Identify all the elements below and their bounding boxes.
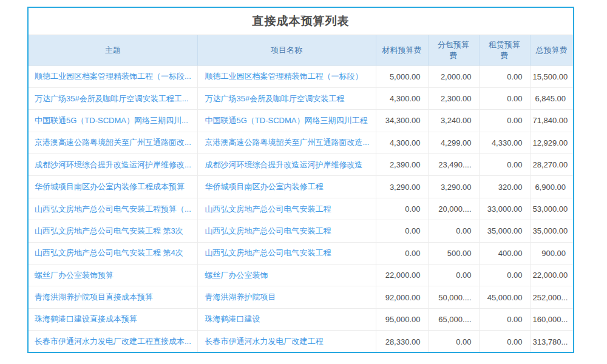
material-budget-cell: 5,000.00 <box>376 66 428 87</box>
subcontract-budget-cell: 0.00 <box>428 265 479 286</box>
subject-cell: 山西弘文房地产总公司电气安装工程 第4次 <box>29 242 197 264</box>
total-budget-cell: 71,840.00 <box>530 110 573 132</box>
subject-link[interactable]: 珠海鹤港口建设直接成本预算 <box>35 314 137 323</box>
subject-link[interactable]: 京港澳高速公路粤境韶关至广州互通路面改... <box>35 138 191 147</box>
subject-link[interactable]: 山西弘文房地产总公司电气安装工程 第3次 <box>35 226 183 235</box>
table-row: 山西弘文房地产总公司电气安装工程预算（... 山西弘文房地产总公司电气安装工程 … <box>29 198 573 220</box>
subject-link[interactable]: 青海洪湖养护院项目直接成本预算 <box>35 292 153 302</box>
column-header-total: 总预算费 <box>530 35 573 66</box>
column-header-project: 项目名称 <box>197 35 376 66</box>
project-link[interactable]: 长春市伊通河水力发电厂改建工程 <box>205 337 324 346</box>
total-budget-cell: 313,780... <box>530 331 573 352</box>
subject-link[interactable]: 顺德工业园区档案管理精装饰工程（一标段... <box>35 72 191 81</box>
project-link[interactable]: 京港澳高速公路粤境韶关至广州互通路面改造... <box>205 138 370 147</box>
subcontract-budget-cell: 65,000.... <box>428 308 479 330</box>
subject-link[interactable]: 山西弘文房地产总公司电气安装工程预算（... <box>35 204 191 214</box>
subcontract-budget-cell: 3,240.00 <box>428 110 479 132</box>
subject-cell: 成都沙河环境综合提升改造运河护岸维修改... <box>29 154 197 176</box>
material-budget-cell: 4,300.00 <box>376 132 428 153</box>
project-cell: 山西弘文房地产总公司电气安装工程 <box>197 242 376 264</box>
project-cell: 山西弘文房地产总公司电气安装工程 <box>197 198 376 220</box>
column-header-subject: 主题 <box>29 35 197 66</box>
table-row: 万达广场35#会所及咖啡厅空调安装工程工... 万达广场35#会所及咖啡厅空调安… <box>29 87 573 109</box>
table-row: 山西弘文房地产总公司电气安装工程 第4次 山西弘文房地产总公司电气安装工程 0.… <box>29 242 573 264</box>
column-header-material: 材料预算费 <box>376 35 428 66</box>
table-row: 顺德工业园区档案管理精装饰工程（一标段... 顺德工业园区档案管理精装饰工程（一… <box>29 66 573 87</box>
material-budget-cell: 92,000.00 <box>376 286 428 308</box>
subject-link[interactable]: 成都沙河环境综合提升改造运河护岸维修改... <box>35 160 191 169</box>
project-link[interactable]: 成都沙河环境综合提升改造运河护岸维修改造 <box>205 160 363 169</box>
subject-cell: 珠海鹤港口建设直接成本预算 <box>29 308 197 330</box>
total-budget-cell: 6,845.00 <box>530 87 573 109</box>
subcontract-budget-cell: 2,300.00 <box>428 87 479 109</box>
project-cell: 珠海鹤港口建设 <box>197 308 376 330</box>
lease-budget-cell: 0.00 <box>479 265 530 286</box>
lease-budget-cell: 0.00 <box>479 66 530 87</box>
lease-budget-cell: 320.00 <box>479 176 530 198</box>
subcontract-budget-cell: 500.00 <box>428 242 479 264</box>
project-link[interactable]: 青海洪湖养护院项目 <box>205 292 276 302</box>
lease-budget-cell: 0.00 <box>479 331 530 352</box>
project-cell: 万达广场35#会所及咖啡厅空调安装工程 <box>197 87 376 109</box>
subject-link[interactable]: 山西弘文房地产总公司电气安装工程 第4次 <box>35 248 183 257</box>
project-link[interactable]: 顺德工业园区档案管理精装饰工程（一标段） <box>205 72 363 81</box>
lease-budget-cell: 0.00 <box>479 308 530 330</box>
table-row: 成都沙河环境综合提升改造运河护岸维修改... 成都沙河环境综合提升改造运河护岸维… <box>29 154 573 176</box>
page-title: 直接成本预算列表 <box>29 8 573 35</box>
subject-link[interactable]: 长春市伊通河水力发电厂改建工程直接成本... <box>35 337 191 346</box>
total-budget-cell: 900.00 <box>530 242 573 264</box>
project-link[interactable]: 珠海鹤港口建设 <box>205 314 260 323</box>
material-budget-cell: 0.00 <box>376 198 428 220</box>
table-row: 中国联通5G（TD-SCDMA）网络三期四川... 中国联通5G（TD-SCDM… <box>29 110 573 132</box>
material-budget-cell: 95,000.00 <box>376 308 428 330</box>
table-row: 长春市伊通河水力发电厂改建工程直接成本... 长春市伊通河水力发电厂改建工程 2… <box>29 331 573 352</box>
project-link[interactable]: 万达广场35#会所及咖啡厅空调安装工程 <box>205 94 345 103</box>
project-link[interactable]: 山西弘文房地产总公司电气安装工程 <box>205 248 331 257</box>
subject-cell: 山西弘文房地产总公司电气安装工程预算（... <box>29 198 197 220</box>
subject-cell: 万达广场35#会所及咖啡厅空调安装工程工... <box>29 87 197 109</box>
subcontract-budget-cell: 20,000.... <box>428 198 479 220</box>
table-body: 顺德工业园区档案管理精装饰工程（一标段... 顺德工业园区档案管理精装饰工程（一… <box>29 66 573 352</box>
subject-link[interactable]: 中国联通5G（TD-SCDMA）网络三期四川... <box>35 116 188 125</box>
subject-link[interactable]: 螺丝厂办公室装饰预算 <box>35 271 114 280</box>
column-header-subcontract: 分包预算 费 <box>428 35 479 66</box>
subcontract-budget-cell: 50,000.... <box>428 286 479 308</box>
project-link[interactable]: 山西弘文房地产总公司电气安装工程 <box>205 226 331 235</box>
subject-cell: 青海洪湖养护院项目直接成本预算 <box>29 286 197 308</box>
project-cell: 成都沙河环境综合提升改造运河护岸维修改造 <box>197 154 376 176</box>
material-budget-cell: 28,330.00 <box>376 331 428 352</box>
project-cell: 螺丝厂办公室装饰 <box>197 265 376 286</box>
project-link[interactable]: 华侨城项目南区办公室内装修工程 <box>205 182 324 191</box>
budget-list-card: 直接成本预算列表 主题 项目名称 材料预算费 分包预算 费 租赁预算 费 总预算… <box>27 7 574 353</box>
subject-cell: 中国联通5G（TD-SCDMA）网络三期四川... <box>29 110 197 132</box>
lease-budget-cell: 0.00 <box>479 87 530 109</box>
column-header-lease: 租赁预算 费 <box>479 35 530 66</box>
subject-link[interactable]: 万达广场35#会所及咖啡厅空调安装工程工... <box>35 94 189 103</box>
material-budget-cell: 34,300.00 <box>376 110 428 132</box>
total-budget-cell: 12,929.00 <box>530 132 573 153</box>
project-cell: 华侨城项目南区办公室内装修工程 <box>197 176 376 198</box>
table-row: 华侨城项目南区办公室内装修工程成本预算 华侨城项目南区办公室内装修工程 3,29… <box>29 176 573 198</box>
project-cell: 青海洪湖养护院项目 <box>197 286 376 308</box>
total-budget-cell: 22,000.00 <box>530 265 573 286</box>
table-row: 山西弘文房地产总公司电气安装工程 第3次 山西弘文房地产总公司电气安装工程 0.… <box>29 220 573 242</box>
subject-cell: 长春市伊通河水力发电厂改建工程直接成本... <box>29 331 197 352</box>
lease-budget-cell: 33,000.00 <box>479 198 530 220</box>
material-budget-cell: 3,290.00 <box>376 176 428 198</box>
subject-cell: 华侨城项目南区办公室内装修工程成本预算 <box>29 176 197 198</box>
lease-budget-cell: 400.00 <box>479 242 530 264</box>
material-budget-cell: 0.00 <box>376 220 428 242</box>
project-cell: 长春市伊通河水力发电厂改建工程 <box>197 331 376 352</box>
project-cell: 中国联通5G（TD-SCDMA）网络三期四川工程 <box>197 110 376 132</box>
lease-budget-cell: 0.00 <box>479 154 530 176</box>
project-link[interactable]: 山西弘文房地产总公司电气安装工程 <box>205 204 331 214</box>
project-link[interactable]: 螺丝厂办公室装饰 <box>205 271 268 280</box>
table-row: 京港澳高速公路粤境韶关至广州互通路面改... 京港澳高速公路粤境韶关至广州互通路… <box>29 132 573 153</box>
subject-cell: 京港澳高速公路粤境韶关至广州互通路面改... <box>29 132 197 153</box>
project-link[interactable]: 中国联通5G（TD-SCDMA）网络三期四川工程 <box>205 116 368 125</box>
total-budget-cell: 6,900.00 <box>530 176 573 198</box>
subcontract-budget-cell: 23,490.... <box>428 154 479 176</box>
subject-link[interactable]: 华侨城项目南区办公室内装修工程成本预算 <box>35 182 185 191</box>
material-budget-cell: 22,000.00 <box>376 265 428 286</box>
budget-table: 主题 项目名称 材料预算费 分包预算 费 租赁预算 费 总预算费 顺德工业园区档… <box>29 35 573 352</box>
